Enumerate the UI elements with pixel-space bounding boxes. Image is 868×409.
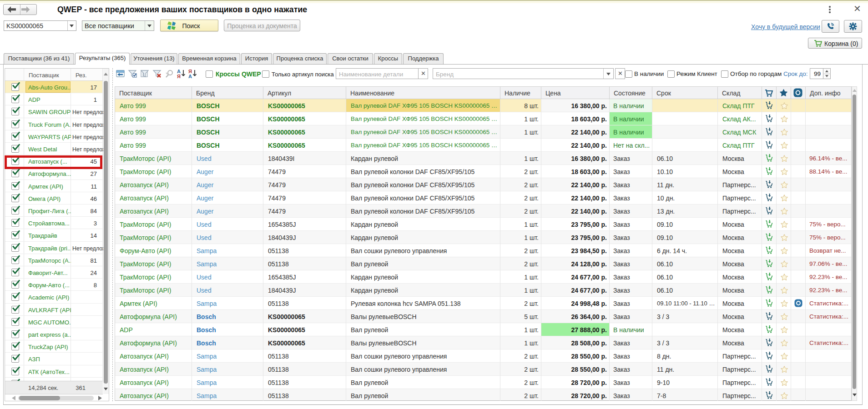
svg-text:Я: Я — [177, 74, 181, 79]
svg-text:А: А — [188, 74, 192, 79]
